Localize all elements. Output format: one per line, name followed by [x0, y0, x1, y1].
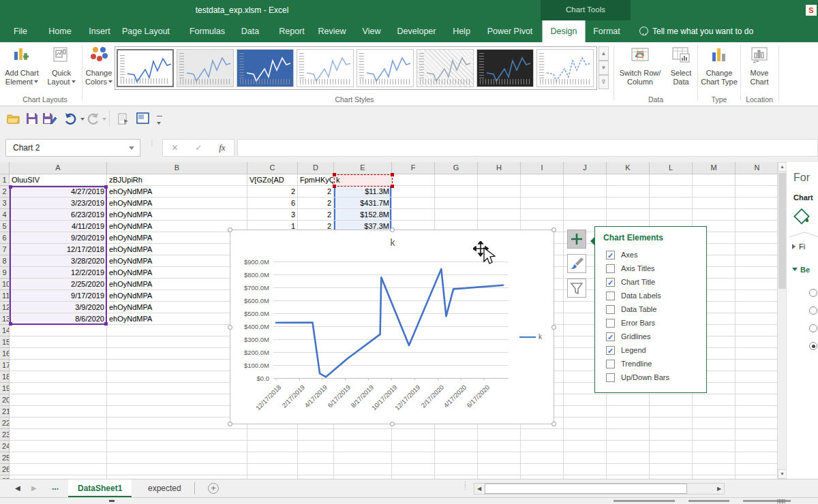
cell-n16[interactable]	[736, 348, 777, 360]
cell-g26[interactable]	[435, 464, 478, 475]
cell-n18[interactable]	[736, 371, 777, 383]
cell-n19[interactable]	[736, 383, 777, 394]
chart-style-thumbnail-2[interactable]	[177, 49, 234, 87]
cell-h25[interactable]	[478, 452, 521, 464]
cell-f4[interactable]	[392, 209, 435, 221]
chart-style-thumbnail-5[interactable]	[357, 49, 414, 87]
redo-icon[interactable]	[86, 112, 100, 125]
cell-b6[interactable]: ehOyNdMPA	[107, 232, 247, 244]
checkbox-unchecked-icon[interactable]	[606, 360, 615, 368]
chart-object[interactable]: k $900.0M$800.0M$700.0M$600.0M$500.0M$40…	[230, 230, 554, 424]
cell-n1[interactable]	[736, 174, 777, 186]
qat-more-button[interactable]	[157, 116, 162, 121]
cell-f25[interactable]	[392, 452, 435, 464]
cell-i1[interactable]	[521, 174, 564, 186]
cell-n23[interactable]	[736, 429, 777, 441]
cell-f1[interactable]	[392, 174, 435, 186]
cell-a21[interactable]	[10, 406, 107, 418]
chart-selection-handle[interactable]	[390, 422, 395, 426]
cell-h1[interactable]	[478, 174, 521, 186]
checkbox-unchecked-icon[interactable]	[606, 373, 615, 382]
row-header-25[interactable]: 25	[0, 452, 10, 464]
cell-b7[interactable]: ehOyNdMPA	[107, 244, 247, 255]
cell-l26[interactable]	[650, 464, 693, 475]
enter-icon[interactable]: ✓	[195, 143, 202, 153]
cell-f26[interactable]	[392, 464, 435, 475]
chart-filter-funnel-button[interactable]	[567, 279, 586, 298]
column-header-h[interactable]: H	[478, 162, 521, 174]
chart-style-thumbnail-4[interactable]	[297, 49, 354, 87]
checkbox-checked-icon[interactable]: ✓	[606, 278, 615, 287]
cell-g25[interactable]	[435, 452, 478, 464]
checkbox-unchecked-icon[interactable]	[606, 319, 615, 328]
fill-section-header[interactable]: Fi	[792, 242, 805, 251]
cell-a25[interactable]	[10, 452, 107, 464]
checkbox-checked-icon[interactable]: ✓	[606, 332, 615, 341]
column-header-e[interactable]: E	[334, 162, 392, 174]
cell-m23[interactable]	[693, 429, 736, 441]
row-header-3[interactable]: 3	[0, 198, 10, 209]
row-header-26[interactable]: 26	[0, 464, 10, 475]
horizontal-scroll-thumb[interactable]	[485, 484, 687, 494]
cell-g3[interactable]	[435, 198, 478, 209]
cell-j23[interactable]	[564, 429, 607, 441]
cell-b5[interactable]: ehOyNdMPA	[107, 221, 247, 232]
cell-h26[interactable]	[478, 464, 521, 475]
cell-j4[interactable]	[564, 209, 607, 221]
chart-selection-handle[interactable]	[228, 227, 232, 232]
cell-l4[interactable]	[650, 209, 693, 221]
tab-report[interactable]: Report	[279, 20, 305, 42]
chart-element-item-up-down-bars[interactable]: Up/Down Bars	[606, 371, 669, 384]
cell-d25[interactable]	[298, 452, 334, 464]
cell-m3[interactable]	[693, 198, 736, 209]
cell-n17[interactable]	[736, 360, 777, 371]
row-header-22[interactable]: 22	[0, 418, 10, 429]
chart-styles-brush-button[interactable]	[567, 254, 586, 273]
cell-n24[interactable]	[736, 441, 777, 452]
chart-element-item-legend[interactable]: ✓Legend	[606, 343, 669, 357]
cell-e23[interactable]	[334, 429, 392, 441]
cell-k21[interactable]	[607, 406, 650, 418]
cell-c23[interactable]	[247, 429, 298, 441]
cell-n6[interactable]	[736, 232, 777, 244]
cell-b24[interactable]	[107, 441, 247, 452]
cell-a22[interactable]	[10, 418, 107, 429]
row-header-14[interactable]: 14	[0, 325, 10, 336]
column-header-f[interactable]: F	[392, 162, 435, 174]
cell-b10[interactable]: ehOyNdMPA	[107, 279, 247, 290]
chart-element-item-chart-title[interactable]: ✓Chart Title	[606, 275, 669, 289]
cell-k22[interactable]	[607, 418, 650, 429]
cell-m20[interactable]	[693, 394, 736, 406]
cell-e2[interactable]: $11.3M	[334, 186, 392, 198]
gallery-down-button[interactable]: ▼	[599, 61, 609, 75]
scrollbar-resize-dots[interactable]: ⋮⋮	[462, 482, 468, 489]
cell-a5[interactable]: 4/11/2019	[10, 221, 107, 232]
cell-b25[interactable]	[107, 452, 247, 464]
chart-style-thumbnail-7[interactable]	[476, 49, 534, 87]
cell-b15[interactable]	[107, 336, 247, 348]
pane-radio-option-1[interactable]	[809, 289, 817, 297]
cell-j1[interactable]	[564, 174, 607, 186]
cell-i3[interactable]	[521, 198, 564, 209]
column-header-c[interactable]: C	[247, 162, 298, 174]
cell-m25[interactable]	[693, 452, 736, 464]
cell-k1[interactable]	[607, 174, 650, 186]
pane-radio-option-4[interactable]	[809, 342, 817, 350]
cell-m26[interactable]	[693, 464, 736, 475]
cell-j25[interactable]	[564, 452, 607, 464]
cell-b3[interactable]: ehOyNdMPA	[107, 198, 247, 209]
cell-j22[interactable]	[564, 418, 607, 429]
row-header-19[interactable]: 19	[0, 383, 10, 394]
chart-style-thumbnail-8[interactable]	[536, 49, 594, 87]
tab-format[interactable]: Format	[593, 20, 620, 42]
cell-m22[interactable]	[693, 418, 736, 429]
row-header-7[interactable]: 7	[0, 244, 10, 255]
formula-input[interactable]	[237, 139, 818, 157]
cell-k2[interactable]	[607, 186, 650, 198]
cell-j3[interactable]	[564, 198, 607, 209]
cell-j20[interactable]	[564, 394, 607, 406]
tab-help[interactable]: Help	[453, 20, 470, 42]
cell-e4[interactable]: $152.8M	[334, 209, 392, 221]
cell-g2[interactable]	[435, 186, 478, 198]
cell-c24[interactable]	[247, 441, 298, 452]
